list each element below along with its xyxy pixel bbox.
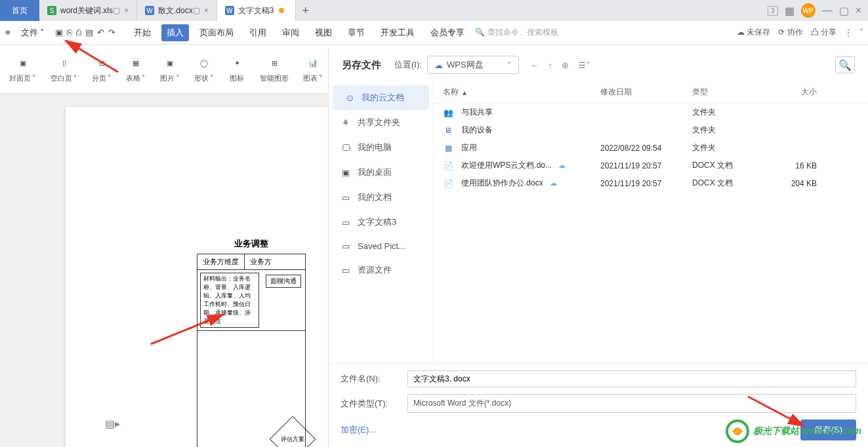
tab-close-icon[interactable]: × — [204, 6, 209, 15]
undo-icon[interactable]: ↶ — [97, 28, 104, 37]
coop-button[interactable]: ⟳ 协作 — [778, 27, 802, 38]
quick-access-toolbar: ▣ ⎘ ⎙ ▤ ↶ ↷ — [55, 28, 115, 37]
tab-close-icon[interactable]: × — [124, 6, 129, 15]
chart-button[interactable]: 📊图表˅ — [300, 47, 325, 90]
save-as-icon[interactable]: ⎘ — [67, 28, 72, 37]
sidebar-shared[interactable]: ⚘共享文件夹 — [329, 110, 433, 135]
table-button[interactable]: ▦表格˅ — [123, 47, 148, 90]
blank-page-button[interactable]: ▯空白页˅ — [48, 47, 80, 90]
document-area: 业务调整 业务方维度 业务方 材料输出：业务名称、背景、入库逻辑、入库量、人均工… — [0, 94, 328, 447]
menu-chapter[interactable]: 章节 — [342, 24, 370, 41]
sort-asc-icon: ▴ — [463, 88, 466, 97]
file-list: 名称▴ 修改日期 类型 大小 👥与我共享文件夹🖥我的设备文件夹▦应用2022/0… — [434, 81, 868, 363]
tab-xls[interactable]: S word关键词.xls ▢ × — [39, 0, 137, 21]
window-badge[interactable]: 3 — [768, 6, 778, 16]
file-date: 2022/08/22 09:54 — [600, 144, 692, 153]
doc-nav-icon[interactable]: ▤▸ — [105, 418, 120, 430]
tab-pin-icon[interactable]: ▢ — [193, 6, 200, 15]
tab-home[interactable]: 首页 — [0, 0, 39, 21]
cloud-icon: ⊙ — [344, 93, 355, 103]
maximize-icon[interactable]: ▢ — [839, 5, 849, 17]
menu-devtools[interactable]: 开发工具 — [375, 24, 420, 41]
expand-icon[interactable]: ˆ — [860, 28, 863, 37]
chevron-down-icon: ˅ — [507, 60, 512, 70]
nav-up-icon[interactable]: ↑ — [548, 60, 553, 70]
encrypt-button[interactable]: 加密(E)... — [341, 424, 376, 436]
new-folder-icon[interactable]: ⊕ — [562, 60, 569, 70]
print-icon[interactable]: ⎙ — [76, 28, 81, 37]
file-menu[interactable]: 文件 ˅ — [16, 24, 51, 41]
picture-button[interactable]: ▣图片˅ — [157, 47, 182, 90]
file-list-header: 名称▴ 修改日期 类型 大小 — [434, 81, 868, 104]
more-icon[interactable]: ⋮ — [844, 28, 852, 37]
dialog-sidebar: ⊙我的云文档 ⚘共享文件夹 🖵我的电脑 ▣我的桌面 ▭我的文档 ▭文字文稿3 ▭… — [329, 81, 434, 363]
dialog-search[interactable]: 🔍 — [835, 56, 855, 73]
grid-icon[interactable]: ▦ — [785, 5, 795, 17]
menu-insert[interactable]: 插入 — [161, 24, 189, 41]
col-type[interactable]: 类型 — [692, 87, 764, 98]
menu-start[interactable]: 开始 — [129, 24, 156, 41]
sidebar-recent3[interactable]: ▭资源文件 — [329, 258, 433, 282]
shape-button[interactable]: ◯形状˅ — [192, 47, 217, 90]
file-row[interactable]: 📄欢迎使用WPS云文档.do...☁2021/11/19 20:57DOCX 文… — [434, 157, 868, 174]
tab-pin-icon[interactable]: ▢ — [113, 6, 120, 15]
file-row[interactable]: 👥与我共享文件夹 — [434, 104, 868, 121]
print-preview-icon[interactable]: ▤ — [85, 28, 93, 37]
docx-icon: W — [225, 6, 234, 15]
col-name[interactable]: 名称▴ — [443, 87, 600, 98]
icon-button[interactable]: ✦图标 — [226, 47, 248, 90]
file-date: 2021/11/19 20:57 — [600, 161, 692, 170]
sidebar-recent1[interactable]: ▭文字文稿3 — [329, 210, 433, 235]
tab-active[interactable]: W 文字文稿3 — [217, 0, 296, 21]
file-name: 我的设备 — [461, 125, 493, 136]
sidebar-documents[interactable]: ▭我的文档 — [329, 185, 433, 210]
redo-icon[interactable]: ↷ — [108, 28, 115, 37]
sidebar-recent2[interactable]: ▭Saved Pict... — [329, 235, 433, 258]
location-dropdown[interactable]: ☁ WPS网盘 ˅ — [427, 56, 519, 74]
tab-label: word关键词.xls — [60, 5, 113, 16]
smartart-button[interactable]: ⊞智能图形 — [257, 47, 291, 90]
file-type: 文件夹 — [692, 142, 764, 153]
device-icon: 🖥 — [443, 125, 453, 136]
file-name: 应用 — [461, 142, 477, 153]
sidebar-computer[interactable]: 🖵我的电脑 — [329, 135, 433, 160]
folder-icon: ▭ — [341, 241, 351, 251]
hamburger-icon[interactable]: ≡ — [5, 28, 10, 37]
cover-page-button[interactable]: ▣封面页˅ — [7, 47, 39, 90]
unsave-status[interactable]: ☁ 未保存 — [737, 27, 770, 38]
command-search[interactable]: 🔍 查找命令、搜索模板 — [475, 27, 558, 38]
save-icon[interactable]: ▣ — [55, 28, 63, 37]
col-date[interactable]: 修改日期 — [600, 87, 692, 98]
page-break-button[interactable]: ⊟分页˅ — [89, 47, 114, 90]
nav-back-icon[interactable]: ← — [531, 60, 539, 70]
filetype-select[interactable]: Microsoft Word 文件(*.docx) — [407, 394, 856, 413]
file-row[interactable]: 🖥我的设备文件夹 — [434, 121, 868, 139]
menu-view[interactable]: 视图 — [310, 24, 337, 41]
close-icon[interactable]: × — [856, 5, 861, 16]
menu-member[interactable]: 会员专享 — [425, 24, 470, 41]
view-mode-icon[interactable]: ☰˅ — [578, 60, 590, 70]
tab-label: 文字文稿3 — [238, 5, 274, 16]
sidebar-cloud-docs[interactable]: ⊙我的云文档 — [333, 85, 429, 110]
tab-add-button[interactable]: + — [296, 4, 316, 18]
filetype-label: 文件类型(T): — [341, 398, 400, 410]
sidebar-desktop[interactable]: ▣我的桌面 — [329, 160, 433, 185]
monitor-icon: 🖵 — [341, 143, 351, 153]
diagram-col2: 业务方 — [245, 254, 277, 269]
location-label: 位置(I): — [394, 59, 422, 71]
diagram-small1: 面聊沟通 — [266, 275, 301, 288]
dialog-title: 另存文件 — [342, 59, 381, 71]
filename-input[interactable] — [407, 370, 856, 387]
xls-icon: S — [47, 6, 56, 15]
menu-review[interactable]: 审阅 — [277, 24, 304, 41]
avatar[interactable]: WP — [801, 3, 816, 18]
menu-reference[interactable]: 引用 — [244, 24, 272, 41]
share-button[interactable]: 凸 分享 — [811, 27, 837, 38]
file-row[interactable]: 📄使用团队协作办公.docx☁2021/11/19 20:57DOCX 文档20… — [434, 174, 868, 192]
tab-docx1[interactable]: W 散文.docx ▢× — [137, 0, 217, 21]
menu-pagelayout[interactable]: 页面布局 — [194, 24, 239, 41]
file-row[interactable]: ▦应用2022/08/22 09:54文件夹 — [434, 139, 868, 157]
docx-icon: 📄 — [443, 178, 453, 189]
col-size[interactable]: 大小 — [764, 87, 817, 98]
minimize-icon[interactable]: — — [822, 5, 833, 16]
